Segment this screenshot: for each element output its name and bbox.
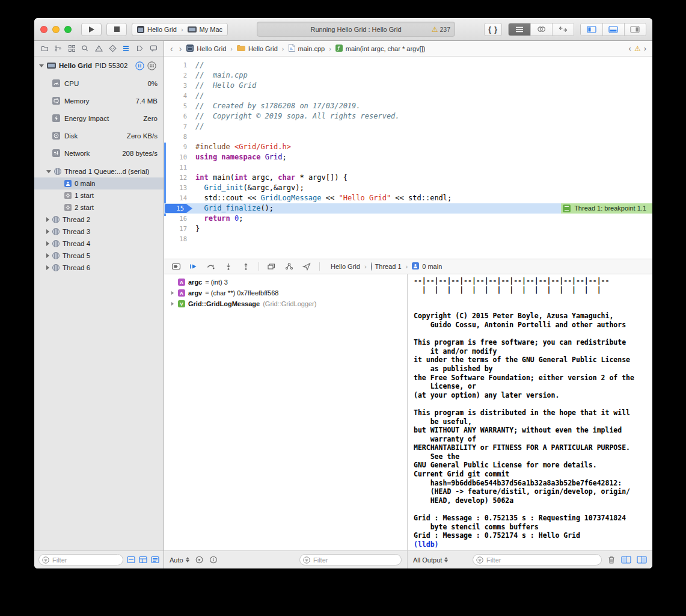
code-line-10[interactable]: 10using namespace Grid; [164, 152, 652, 162]
line-number[interactable]: 14 [164, 193, 193, 203]
code-line-7[interactable]: 7// [164, 122, 652, 132]
run-button[interactable] [81, 23, 102, 36]
stop-button[interactable] [106, 23, 127, 36]
disclosure-right-icon[interactable] [46, 241, 49, 246]
inspectors-panel-toggle[interactable] [624, 23, 646, 35]
line-number[interactable]: 18 [164, 234, 193, 244]
close-button[interactable] [40, 26, 47, 33]
test-navigator-icon[interactable] [107, 43, 118, 54]
step-into-button[interactable] [224, 262, 233, 271]
thread-row[interactable]: Thread 6 [34, 262, 164, 274]
gauge-disk[interactable]: DiskZero KB/s [34, 127, 164, 144]
continue-button[interactable] [189, 262, 198, 271]
jumpbar-crumb[interactable]: main(int argc, char * argv[]) [335, 45, 426, 53]
code-line-8[interactable]: 8 [164, 132, 652, 142]
line-number[interactable]: 4 [164, 91, 193, 101]
stack-frame-row[interactable]: 2 start [34, 202, 164, 214]
debug-crumb[interactable]: Thread 1 [371, 263, 402, 270]
scheme-destination[interactable]: My Mac [188, 26, 223, 33]
gauge-memory[interactable]: Memory7.4 MB [34, 92, 164, 109]
debug-crumb[interactable]: 0 main [412, 262, 442, 271]
line-number[interactable]: 17 [164, 224, 193, 234]
console-filter-input[interactable] [473, 554, 602, 565]
console-output[interactable]: --|--|--|--|--|--|--|--|--|--|--|--|--|-… [408, 274, 652, 550]
variable-row[interactable]: Aargc= (int) 3 [164, 277, 407, 288]
code-line-17[interactable]: 17} [164, 224, 652, 234]
code-line-9[interactable]: 9#include <Grid/Grid.h> [164, 142, 652, 152]
stack-frame-row[interactable]: 1 start [34, 189, 164, 202]
breakpoint-marker[interactable]: 15 [165, 204, 192, 213]
line-number[interactable]: 3 [164, 81, 193, 91]
code-snippet-button[interactable]: { } [484, 23, 502, 36]
breakpoint-navigator-icon[interactable] [134, 43, 145, 54]
thread-row[interactable]: Thread 2 [34, 214, 164, 226]
disclosure-right-icon[interactable] [46, 217, 49, 222]
view-ui-hierarchy-button[interactable] [267, 262, 277, 271]
jumpbar-crumb[interactable]: Hello Grid [237, 45, 278, 52]
standard-editor-button[interactable] [509, 23, 530, 35]
process-view-options-button[interactable] [147, 61, 156, 70]
stack-frame-row[interactable]: 0 main [34, 177, 164, 189]
previous-issue-icon[interactable]: ‹ [629, 44, 631, 53]
gauge-cpu[interactable]: CPU0% [34, 75, 164, 92]
line-number[interactable]: 16 [164, 214, 193, 224]
navigator-panel-toggle[interactable] [581, 23, 602, 35]
source-editor[interactable]: 1//2// main.cpp3// Hello Grid4//5// Crea… [164, 57, 652, 259]
scheme-target[interactable]: Hello Grid [137, 26, 177, 33]
disclosure-down-icon[interactable] [46, 170, 51, 173]
code-line-13[interactable]: 13 Grid_init(&argc,&argv); [164, 183, 652, 193]
variables-filter-input[interactable] [299, 554, 402, 565]
line-number[interactable]: 2 [164, 70, 193, 81]
disclosure-right-icon[interactable] [46, 229, 49, 234]
code-line-12[interactable]: 12int main(int argc, char * argv[]) { [164, 173, 652, 183]
code-line-3[interactable]: 3// Hello Grid [164, 81, 652, 91]
code-line-16[interactable]: 16 return 0; [164, 214, 652, 224]
pause-process-button[interactable] [135, 61, 144, 70]
variable-row[interactable]: VGrid::GridLogMessage(Grid::GridLogger) [164, 298, 407, 309]
debug-crumb[interactable]: Hello Grid [328, 263, 360, 270]
step-over-button[interactable] [206, 262, 216, 271]
variables-list[interactable]: Aargc= (int) 3Aargv= (char **) 0x7ffeefb… [164, 274, 407, 550]
code-line-1[interactable]: 1// [164, 60, 652, 70]
debug-area-toggle[interactable] [602, 23, 624, 35]
line-number[interactable]: 1 [164, 60, 193, 70]
line-number[interactable]: 8 [164, 132, 193, 142]
jumpbar-crumb[interactable]: Hello Grid [186, 45, 226, 53]
code-line-5[interactable]: 5// Created by s1786208 on 17/03/2019. [164, 101, 652, 111]
disclosure-right-icon[interactable] [170, 302, 175, 306]
step-out-button[interactable] [241, 262, 251, 271]
code-line-14[interactable]: 14 std::cout << GridLogMessage << "Hello… [164, 193, 652, 203]
line-number[interactable]: 7 [164, 122, 193, 132]
forward-icon[interactable]: › [179, 45, 182, 53]
thread-row[interactable]: Thread 3 [34, 226, 164, 238]
gauge-energy[interactable]: Energy ImpactZero [34, 109, 164, 127]
breakpoint-annotation[interactable]: Thread 1: breakpoint 1.1 [561, 203, 652, 214]
code-line-11[interactable]: 11 [164, 162, 652, 173]
source-control-navigator-icon[interactable] [53, 43, 64, 54]
thread-1-row[interactable]: Thread 1 Queue:...d (serial) [34, 165, 164, 177]
disclosure-right-icon[interactable] [170, 291, 175, 295]
info-icon[interactable] [209, 556, 218, 564]
show-console-view-button[interactable] [637, 556, 647, 564]
view-by-thread-button[interactable] [139, 556, 147, 564]
symbol-navigator-icon[interactable] [66, 43, 77, 54]
find-navigator-icon[interactable] [80, 43, 91, 54]
debug-navigator-icon[interactable] [121, 43, 132, 54]
line-number[interactable]: 12 [164, 173, 193, 183]
disclosure-down-icon[interactable] [39, 64, 44, 67]
code-line-6[interactable]: 6// Copyright © 2019 sopa. All rights re… [164, 111, 652, 122]
gauge-network[interactable]: Network208 bytes/s [34, 144, 164, 162]
code-line-4[interactable]: 4// [164, 91, 652, 101]
show-variables-view-button[interactable] [621, 556, 631, 564]
report-navigator-icon[interactable] [148, 43, 159, 54]
code-line-15[interactable]: 15 Grid_finalize();Thread 1: breakpoint … [164, 203, 652, 214]
variables-scope-popup[interactable]: Auto [170, 556, 189, 564]
issue-navigator-icon[interactable] [94, 43, 105, 54]
line-number[interactable]: 6 [164, 111, 193, 122]
memory-graph-button[interactable] [284, 262, 294, 271]
breakpoints-toggle-button[interactable] [171, 262, 181, 271]
line-number[interactable]: 15 [164, 203, 193, 214]
code-line-18[interactable]: 18 [164, 234, 652, 244]
line-number[interactable]: 13 [164, 183, 193, 193]
process-row[interactable]: Hello Grid PID 55302 [34, 57, 164, 75]
